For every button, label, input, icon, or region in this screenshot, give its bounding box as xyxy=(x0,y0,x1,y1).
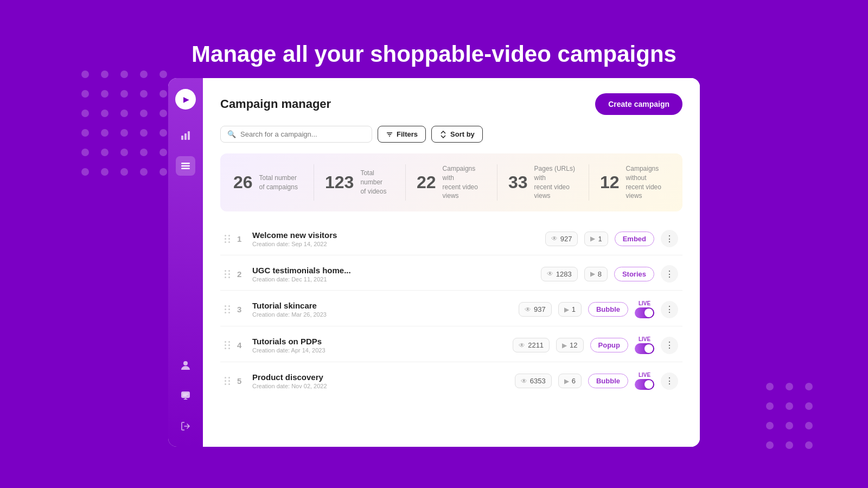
stat-label-4: Campaigns withoutrecent video views xyxy=(626,164,669,201)
decorative-dot xyxy=(140,70,148,78)
videos-count: 1 xyxy=(598,235,602,243)
videos-count: 6 xyxy=(572,377,576,385)
decorative-dot xyxy=(120,149,128,156)
sort-label: Sort by xyxy=(450,130,475,138)
search-filter-row: 🔍 Filters Sort by xyxy=(220,126,682,143)
decorative-dot xyxy=(101,70,108,78)
decorative-dot xyxy=(101,129,108,137)
type-badge: Embed xyxy=(615,232,654,246)
sort-button[interactable]: Sort by xyxy=(431,126,483,143)
campaign-date: Creation date: Nov 02, 2022 xyxy=(252,383,508,389)
decorative-dot xyxy=(81,110,89,117)
more-options-button[interactable]: ⋮ xyxy=(661,373,678,390)
decorative-dot xyxy=(101,149,108,156)
live-toggle[interactable]: LIVE xyxy=(635,372,654,390)
decorative-dot xyxy=(766,441,774,449)
main-container: Campaign manager Create campaign 🔍 Filte… xyxy=(168,78,700,447)
live-label: LIVE xyxy=(639,372,650,378)
sidebar-item-chat[interactable] xyxy=(176,386,195,406)
toggle-thumb xyxy=(644,309,653,317)
live-toggle[interactable]: LIVE xyxy=(635,336,654,354)
live-label: LIVE xyxy=(639,336,650,342)
stat-item-1: 123 Total numberof videos xyxy=(325,164,406,201)
decorative-dot xyxy=(786,441,793,449)
views-badge: 👁 1283 xyxy=(541,267,578,281)
decorative-dot xyxy=(805,422,813,429)
filters-button[interactable]: Filters xyxy=(378,126,426,143)
campaign-info: Product discovery Creation date: Nov 02,… xyxy=(252,373,508,389)
sidebar-item-menu[interactable] xyxy=(176,156,195,176)
decorative-dot xyxy=(786,422,793,429)
decorative-dot xyxy=(159,110,167,117)
decorative-dot xyxy=(81,70,89,78)
campaign-row: 3 Tutorial skincare Creation date: Mar 2… xyxy=(220,293,682,326)
decorative-dot xyxy=(140,129,148,137)
views-count: 1283 xyxy=(556,270,572,278)
campaign-list: 1 Welcome new visitors Creation date: Se… xyxy=(220,222,682,397)
views-count: 937 xyxy=(534,305,546,313)
live-label: LIVE xyxy=(639,300,650,306)
search-input[interactable] xyxy=(240,130,365,138)
page-title: Manage all your shoppable-video campaign… xyxy=(192,41,676,67)
decorative-dot xyxy=(120,70,128,78)
stat-number-0: 26 xyxy=(233,172,253,192)
decorative-dot xyxy=(159,90,167,98)
toggle-track[interactable] xyxy=(635,343,654,354)
toggle-track[interactable] xyxy=(635,307,654,318)
decorative-dot xyxy=(140,168,148,176)
sidebar-item-logout[interactable] xyxy=(176,416,195,436)
create-campaign-button[interactable]: Create campaign xyxy=(595,93,682,115)
decorative-dot xyxy=(159,129,167,137)
campaign-info: Tutorials on PDPs Creation date: Apr 14,… xyxy=(252,337,506,354)
drag-handle[interactable] xyxy=(225,377,231,385)
row-number: 3 xyxy=(237,305,246,314)
stat-label-2: Campaigns withrecent video views xyxy=(443,164,486,201)
videos-badge: ▶ 8 xyxy=(584,267,608,281)
search-box: 🔍 xyxy=(220,126,372,143)
decorative-dot xyxy=(101,168,108,176)
svg-rect-9 xyxy=(183,395,187,396)
filters-label: Filters xyxy=(397,130,418,138)
decorative-dot xyxy=(120,129,128,137)
more-options-button[interactable]: ⋮ xyxy=(661,337,678,354)
stat-label-0: Total numberof campaigns xyxy=(259,174,298,192)
stat-number-1: 123 xyxy=(325,172,354,192)
video-icon: ▶ xyxy=(590,270,595,278)
campaign-name: Tutorials on PDPs xyxy=(252,337,506,346)
stat-label-3: Pages (URLs) withrecent video views xyxy=(534,164,578,201)
more-options-button[interactable]: ⋮ xyxy=(661,301,678,318)
decorative-dot xyxy=(766,422,774,429)
live-toggle[interactable]: LIVE xyxy=(635,300,654,318)
campaign-row: 5 Product discovery Creation date: Nov 0… xyxy=(220,364,682,397)
drag-handle[interactable] xyxy=(225,270,231,278)
toggle-track[interactable] xyxy=(635,379,654,390)
decorative-dot xyxy=(81,149,89,156)
decorative-dot xyxy=(140,149,148,156)
campaign-date: Creation date: Mar 26, 2023 xyxy=(252,311,512,318)
drag-handle[interactable] xyxy=(225,341,231,349)
eye-icon: 👁 xyxy=(547,270,553,278)
stat-number-2: 22 xyxy=(417,172,436,192)
toggle-thumb xyxy=(644,344,653,353)
stat-item-0: 26 Total numberof campaigns xyxy=(233,164,314,201)
drag-handle[interactable] xyxy=(225,235,231,243)
row-number: 2 xyxy=(237,269,246,279)
sidebar-item-analytics[interactable] xyxy=(176,126,195,145)
campaign-date: Creation date: Apr 14, 2023 xyxy=(252,347,506,354)
more-options-button[interactable]: ⋮ xyxy=(661,230,678,247)
stat-item-4: 12 Campaigns withoutrecent video views xyxy=(600,164,669,201)
decorative-dot xyxy=(159,70,167,78)
decorative-dot xyxy=(81,90,89,98)
svg-rect-2 xyxy=(188,131,190,140)
more-options-button[interactable]: ⋮ xyxy=(661,265,678,282)
content-title: Campaign manager xyxy=(220,97,331,111)
campaign-date: Creation date: Dec 11, 2021 xyxy=(252,276,534,282)
sidebar-logo[interactable] xyxy=(175,89,196,110)
videos-badge: ▶ 12 xyxy=(556,338,583,352)
decorative-dots-right xyxy=(766,383,814,450)
sidebar-item-user[interactable] xyxy=(176,356,195,375)
decorative-dot xyxy=(81,168,89,176)
svg-rect-3 xyxy=(181,163,190,164)
drag-handle[interactable] xyxy=(225,305,231,313)
videos-count: 1 xyxy=(572,305,576,313)
